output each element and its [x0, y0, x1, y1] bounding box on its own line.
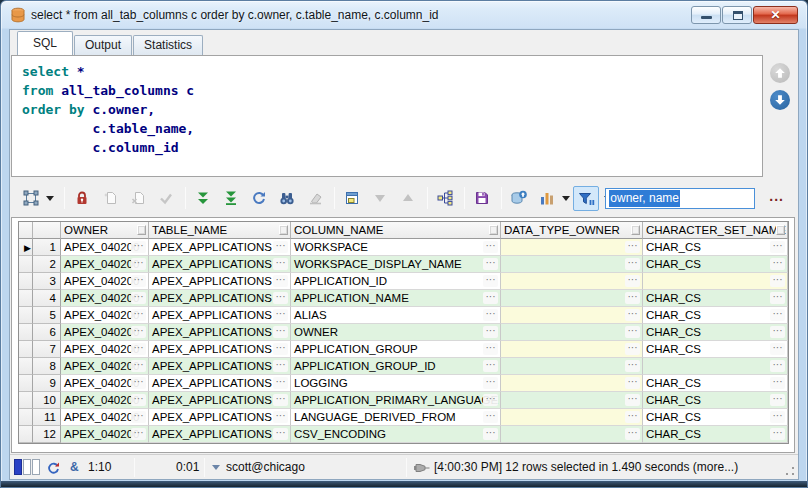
- close-button[interactable]: ✕: [753, 6, 798, 24]
- cell-ellipsis-button[interactable]: ···: [273, 326, 288, 338]
- grid-cell-character_set_name[interactable]: CHAR_CS···: [643, 256, 788, 273]
- cell-ellipsis-button[interactable]: ···: [483, 377, 498, 389]
- column-header-data_type_owner[interactable]: DATA_TYPE_OWNER: [501, 222, 643, 239]
- grid-cell-table_name[interactable]: APEX_APPLICATIONS···: [149, 358, 291, 375]
- grid-cell-owner[interactable]: APEX_040200···: [61, 341, 149, 358]
- grid-cell-data_type_owner[interactable]: ···: [501, 426, 643, 443]
- cell-ellipsis-button[interactable]: ···: [483, 241, 498, 253]
- grid-cell-owner[interactable]: APEX_040200···: [61, 392, 149, 409]
- grid-cell-table_name[interactable]: APEX_APPLICATIONS···: [149, 290, 291, 307]
- cell-ellipsis-button[interactable]: ···: [625, 343, 640, 355]
- grid-cell-column_name[interactable]: APPLICATION_GROUP···: [291, 341, 501, 358]
- filter-input[interactable]: owner, name: [605, 188, 755, 209]
- cell-ellipsis-button[interactable]: ···: [483, 258, 498, 270]
- grid-cell-data_type_owner[interactable]: ···: [501, 392, 643, 409]
- window-type-dropdown-caret[interactable]: [46, 196, 54, 201]
- sql-text[interactable]: select *from all_tab_columns corder by c…: [12, 56, 762, 157]
- cell-ellipsis-button[interactable]: ···: [273, 428, 288, 440]
- cell-ellipsis-button[interactable]: ···: [131, 258, 146, 270]
- cell-ellipsis-button[interactable]: ···: [770, 258, 785, 270]
- cell-ellipsis-button[interactable]: ···: [625, 292, 640, 304]
- cell-ellipsis-button[interactable]: ···: [273, 377, 288, 389]
- grid-cell-table_name[interactable]: APEX_APPLICATIONS···: [149, 239, 291, 256]
- row-number-cell[interactable]: 12: [33, 426, 61, 443]
- cell-ellipsis-button[interactable]: ···: [273, 360, 288, 372]
- column-header-widget[interactable]: [137, 225, 146, 235]
- cell-ellipsis-button[interactable]: ···: [273, 241, 288, 253]
- cell-ellipsis-button[interactable]: ···: [625, 360, 640, 372]
- cell-ellipsis-button[interactable]: ···: [770, 411, 785, 423]
- grid-cell-owner[interactable]: APEX_040200···: [61, 324, 149, 341]
- linked-query-button[interactable]: [434, 186, 456, 210]
- cell-ellipsis-button[interactable]: ···: [770, 394, 785, 406]
- cell-ellipsis-button[interactable]: ···: [770, 241, 785, 253]
- grid-cell-owner[interactable]: APEX_040200···: [61, 239, 149, 256]
- maximize-button[interactable]: [722, 6, 752, 24]
- export-to-database-button[interactable]: [508, 186, 530, 210]
- cell-ellipsis-button[interactable]: ···: [483, 292, 498, 304]
- grid-cell-data_type_owner[interactable]: ···: [501, 290, 643, 307]
- grid-cell-table_name[interactable]: APEX_APPLICATIONS···: [149, 324, 291, 341]
- grid-cell-column_name[interactable]: WORKSPACE···: [291, 239, 501, 256]
- cell-ellipsis-button[interactable]: ···: [131, 275, 146, 287]
- cell-ellipsis-button[interactable]: ···: [625, 309, 640, 321]
- cell-ellipsis-button[interactable]: ···: [770, 309, 785, 321]
- grid-cell-column_name[interactable]: APPLICATION_ID···: [291, 273, 501, 290]
- title-bar[interactable]: select * from all_tab_columns c order by…: [1, 1, 807, 29]
- resize-grip[interactable]: [785, 466, 795, 476]
- grid-cell-owner[interactable]: APEX_040200···: [61, 290, 149, 307]
- cell-ellipsis-button[interactable]: ···: [273, 394, 288, 406]
- grid-cell-owner[interactable]: APEX_040200···: [61, 409, 149, 426]
- sql-editor[interactable]: select *from all_tab_columns corder by c…: [11, 55, 763, 177]
- cell-ellipsis-button[interactable]: ···: [770, 377, 785, 389]
- grid-cell-owner[interactable]: APEX_040200···: [61, 358, 149, 375]
- connection-dropdown-caret[interactable]: [212, 465, 220, 470]
- connection-label[interactable]: scott@chicago: [226, 460, 305, 474]
- grid-cell-data_type_owner[interactable]: ···: [501, 256, 643, 273]
- cell-ellipsis-button[interactable]: ···: [625, 326, 640, 338]
- cell-ellipsis-button[interactable]: ···: [483, 428, 498, 440]
- grid-cell-data_type_owner[interactable]: ···: [501, 273, 643, 290]
- chart-dropdown-caret[interactable]: [562, 196, 570, 201]
- cell-ellipsis-button[interactable]: ···: [625, 275, 640, 287]
- cell-ellipsis-button[interactable]: ···: [483, 343, 498, 355]
- cell-ellipsis-button[interactable]: ···: [131, 411, 146, 423]
- grid-cell-column_name[interactable]: APPLICATION_PRIMARY_LANGUAGE···: [291, 392, 501, 409]
- grid-cell-table_name[interactable]: APEX_APPLICATIONS···: [149, 426, 291, 443]
- tab-sql[interactable]: SQL: [17, 31, 73, 55]
- row-number-cell[interactable]: 4: [33, 290, 61, 307]
- cell-ellipsis-button[interactable]: ···: [131, 360, 146, 372]
- cell-ellipsis-button[interactable]: ···: [273, 411, 288, 423]
- save-button[interactable]: [471, 186, 493, 210]
- cell-ellipsis-button[interactable]: ···: [770, 360, 785, 372]
- grid-cell-character_set_name[interactable]: CHAR_CS···: [643, 409, 788, 426]
- grid-cell-column_name[interactable]: WORKSPACE_DISPLAY_NAME···: [291, 256, 501, 273]
- cell-ellipsis-button[interactable]: ···: [483, 275, 498, 287]
- cell-ellipsis-button[interactable]: ···: [131, 428, 146, 440]
- cell-ellipsis-button[interactable]: ···: [483, 326, 498, 338]
- row-number-cell[interactable]: 11: [33, 409, 61, 426]
- grid-cell-character_set_name[interactable]: CHAR_CS···: [643, 290, 788, 307]
- tab-output[interactable]: Output: [74, 35, 132, 55]
- row-number-cell[interactable]: 9: [33, 375, 61, 392]
- grid-cell-owner[interactable]: APEX_040200···: [61, 256, 149, 273]
- row-number-cell[interactable]: 3: [33, 273, 61, 290]
- column-header-widget[interactable]: [776, 225, 785, 235]
- grid-cell-data_type_owner[interactable]: ···: [501, 324, 643, 341]
- column-header-widget[interactable]: [279, 225, 288, 235]
- window-type-button[interactable]: [20, 186, 42, 210]
- grid-cell-owner[interactable]: APEX_040200···: [61, 375, 149, 392]
- cell-ellipsis-button[interactable]: ···: [625, 394, 640, 406]
- row-number-cell[interactable]: 6: [33, 324, 61, 341]
- cell-ellipsis-button[interactable]: ···: [770, 292, 785, 304]
- grid-cell-character_set_name[interactable]: CHAR_CS···: [643, 324, 788, 341]
- grid-cell-character_set_name[interactable]: ···: [643, 358, 788, 375]
- cell-ellipsis-button[interactable]: ···: [625, 377, 640, 389]
- cell-ellipsis-button[interactable]: ···: [131, 343, 146, 355]
- grid-cell-character_set_name[interactable]: CHAR_CS···: [643, 426, 788, 443]
- cell-ellipsis-button[interactable]: ···: [625, 428, 640, 440]
- cell-ellipsis-button[interactable]: ···: [273, 343, 288, 355]
- grid-cell-column_name[interactable]: ALIAS···: [291, 307, 501, 324]
- cell-ellipsis-button[interactable]: ···: [273, 309, 288, 321]
- single-record-view-button[interactable]: [341, 186, 363, 210]
